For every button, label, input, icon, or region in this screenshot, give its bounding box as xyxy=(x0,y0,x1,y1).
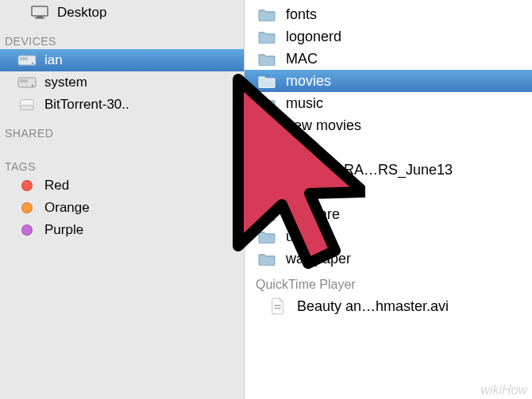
sidebar-item-label: ian xyxy=(44,52,63,68)
svg-rect-1 xyxy=(37,16,43,17)
sidebar-item-label: BitTorrent-30.. xyxy=(44,97,129,113)
sidebar-item-desktop[interactable]: Desktop xyxy=(0,2,244,24)
folder-label: new movies xyxy=(286,117,361,134)
folder-icon xyxy=(256,28,278,45)
svg-rect-4 xyxy=(20,57,28,60)
folder-label: POWER RA…RS_June13 xyxy=(286,162,453,178)
svg-rect-2 xyxy=(35,17,44,19)
svg-rect-10 xyxy=(21,106,33,109)
folder-icon xyxy=(256,183,278,201)
folder-icon xyxy=(256,50,278,67)
folder-item[interactable]: movies xyxy=(245,70,532,92)
tags-header: TAGS xyxy=(5,160,244,173)
folder-item[interactable]: new movies xyxy=(245,114,532,136)
folder-label: music xyxy=(286,95,323,112)
folder-item[interactable]: fonts xyxy=(245,3,532,25)
svg-rect-12 xyxy=(275,308,281,309)
folder-icon xyxy=(256,6,278,23)
svg-rect-0 xyxy=(32,6,48,16)
folder-label: usb xyxy=(286,228,309,245)
internal-drive-icon xyxy=(17,75,37,90)
tag-label: Purple xyxy=(44,222,83,238)
folder-item[interactable]: POWER RA…RS_June13 xyxy=(245,159,532,181)
tag-label: Orange xyxy=(44,200,90,216)
svg-rect-7 xyxy=(20,79,28,82)
folder-item[interactable]: MAC xyxy=(245,48,532,70)
folder-item[interactable]: logonerd xyxy=(245,25,532,48)
sidebar-item-label: Desktop xyxy=(57,5,106,21)
tag-dot-icon xyxy=(17,178,37,194)
file-label: Beauty an…hmaster.avi xyxy=(297,298,449,315)
file-list: fontslogonerdMACmoviesmusicnew moviespix… xyxy=(245,0,532,399)
internal-drive-icon xyxy=(17,52,37,68)
folder-label: wall paper xyxy=(286,251,351,267)
tag-orange[interactable]: Orange xyxy=(0,197,244,219)
folder-icon xyxy=(256,228,278,245)
tag-dot-icon xyxy=(17,222,37,238)
folder-icon xyxy=(256,161,278,178)
folder-icon xyxy=(256,94,278,112)
sidebar-item-bittorrent[interactable]: BitTorrent-30.. xyxy=(0,94,244,116)
sidebar-item-label: system xyxy=(44,75,87,90)
sidebar-item-system[interactable]: system xyxy=(0,71,244,94)
folder-item[interactable]: pix xyxy=(245,136,532,159)
watermark: wikiHow xyxy=(480,383,527,397)
folder-item[interactable]: wall paper xyxy=(245,247,532,270)
svg-point-5 xyxy=(32,63,33,64)
file-item[interactable]: Beauty an…hmaster.avi xyxy=(245,295,532,317)
tag-dot-icon xyxy=(17,200,37,216)
folder-item[interactable]: usb xyxy=(245,225,532,247)
folder-icon xyxy=(256,72,278,90)
desktop-icon xyxy=(30,5,49,21)
folder-label: MAC xyxy=(286,51,318,67)
folder-label: logonerd xyxy=(286,29,341,45)
devices-header: DEVICES xyxy=(5,35,244,48)
folder-item[interactable]: sharpie xyxy=(245,181,532,203)
document-icon xyxy=(267,297,289,315)
folder-icon xyxy=(256,139,278,156)
group-header: QuickTime Player xyxy=(256,278,532,292)
tag-purple[interactable]: Purple xyxy=(0,219,244,241)
shared-header: SHARED xyxy=(5,127,244,140)
sidebar: Desktop DEVICES ian system BitTorrent-30… xyxy=(0,0,245,399)
folder-label: movies xyxy=(286,73,331,90)
tag-label: Red xyxy=(44,178,69,194)
folder-item[interactable]: software xyxy=(245,203,532,225)
folder-label: fonts xyxy=(286,6,317,23)
svg-rect-11 xyxy=(275,305,281,306)
folder-icon xyxy=(256,250,278,267)
folder-label: sharpie xyxy=(286,184,333,201)
folder-icon xyxy=(256,117,278,134)
tag-red[interactable]: Red xyxy=(0,175,244,197)
disk-image-icon xyxy=(17,97,37,113)
folder-icon xyxy=(256,205,278,223)
svg-point-8 xyxy=(32,85,33,86)
folder-item[interactable]: music xyxy=(245,92,532,114)
sidebar-item-ian[interactable]: ian xyxy=(0,49,244,71)
folder-label: pix xyxy=(286,140,304,156)
folder-label: software xyxy=(286,206,340,223)
